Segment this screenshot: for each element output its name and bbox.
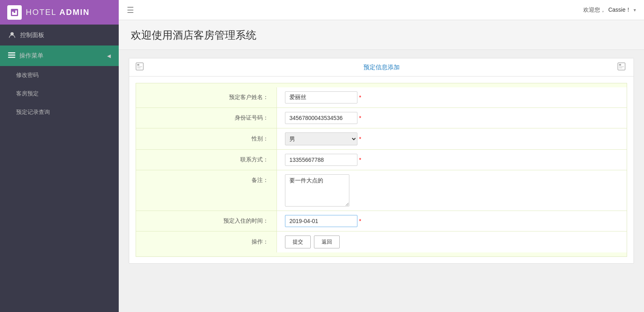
app-logo-icon: [7, 5, 22, 20]
operations-chevron-icon: ◀: [107, 53, 111, 59]
svg-rect-3: [14, 13, 15, 15]
dashboard-icon: [8, 31, 16, 39]
sidebar-item-reservation-query[interactable]: 预定记录查询: [0, 103, 119, 122]
required-star-name: *: [359, 94, 361, 101]
form-row-gender: 性别： 男 女 *: [136, 128, 627, 150]
app-title: HOTEL ADMIN: [26, 8, 90, 17]
sidebar-item-operations[interactable]: 操作菜单 ◀: [0, 45, 119, 66]
svg-rect-7: [8, 57, 15, 58]
contact-input[interactable]: [285, 154, 357, 166]
input-cell-checkin-date: *: [277, 211, 627, 231]
username: Cassie！: [608, 6, 631, 14]
sidebar-item-change-password[interactable]: 修改密码: [0, 66, 119, 85]
svg-rect-9: [137, 64, 139, 66]
label-notes: 备注：: [136, 170, 277, 211]
label-id-number: 身份证号码：: [136, 108, 277, 128]
svg-rect-6: [8, 55, 15, 56]
input-cell-customer-name: *: [277, 87, 627, 107]
panel-right-icon[interactable]: [617, 62, 627, 72]
sidebar-header: HOTEL ADMIN: [0, 0, 119, 25]
sidebar-item-room-reservation[interactable]: 客房预定: [0, 85, 119, 103]
form-row-contact: 联系方式： *: [136, 150, 627, 170]
required-star-contact: *: [359, 157, 361, 163]
svg-rect-11: [137, 68, 140, 68]
sidebar-item-operations-label: 操作菜单: [19, 52, 43, 60]
form-row-id-number: 身份证号码： *: [136, 108, 627, 128]
label-customer-name: 预定客户姓名：: [136, 87, 277, 107]
operations-icon: [8, 52, 15, 59]
checkin-date-input[interactable]: [285, 215, 357, 227]
svg-rect-5: [8, 52, 15, 54]
form-row-customer-name: 预定客户姓名： *: [136, 87, 627, 108]
label-gender: 性别：: [136, 128, 277, 149]
svg-rect-13: [619, 64, 621, 66]
input-cell-contact: *: [277, 150, 627, 170]
gender-select[interactable]: 男 女: [285, 132, 357, 145]
required-star-date: *: [359, 218, 361, 224]
svg-rect-15: [619, 68, 622, 68]
svg-rect-1: [12, 12, 14, 15]
content-panel: 预定信息添加 预定客户姓名：: [129, 58, 634, 264]
sidebar-item-dashboard-label: 控制面板: [20, 31, 44, 39]
user-dropdown-icon[interactable]: ▾: [634, 7, 636, 13]
svg-rect-10: [137, 66, 142, 67]
panel-header: 预定信息添加: [129, 58, 634, 76]
form-row-checkin-date: 预定入住的时间： *: [136, 211, 627, 231]
submit-button[interactable]: 提交: [285, 236, 311, 248]
input-cell-id-number: *: [277, 108, 627, 128]
svg-rect-0: [11, 9, 18, 16]
sidebar-item-dashboard[interactable]: 控制面板: [0, 25, 119, 45]
input-cell-notes: 要一件大点的: [277, 170, 627, 211]
input-cell-gender: 男 女 *: [277, 128, 627, 149]
back-button[interactable]: 返回: [314, 236, 340, 248]
label-actions: 操作：: [136, 231, 277, 252]
svg-rect-14: [619, 66, 624, 67]
page-area: 欢迎使用酒店客房管理系统 预定信息添加: [119, 20, 644, 312]
svg-rect-2: [15, 10, 17, 15]
panel-left-icon[interactable]: [136, 62, 145, 72]
menu-toggle-button[interactable]: ☰: [127, 5, 134, 15]
form-row-notes: 备注： 要一件大点的: [136, 170, 627, 211]
input-cell-actions: 提交 返回: [277, 231, 627, 252]
welcome-text: 欢迎您，: [583, 6, 606, 14]
page-header: 欢迎使用酒店客房管理系统: [119, 20, 644, 50]
main-content: ☰ 欢迎您， Cassie！ ▾ 欢迎使用酒店客房管理系统: [119, 0, 644, 312]
topbar: ☰ 欢迎您， Cassie！ ▾: [119, 0, 644, 20]
label-contact: 联系方式：: [136, 150, 277, 170]
sidebar: HOTEL ADMIN 控制面板: [0, 0, 119, 312]
notes-textarea[interactable]: 要一件大点的: [285, 174, 349, 207]
form-row-actions: 操作： 提交 返回: [136, 231, 627, 252]
panel-title: 预定信息添加: [145, 64, 617, 71]
id-number-input[interactable]: [285, 112, 357, 124]
page-title: 欢迎使用酒店客房管理系统: [131, 28, 632, 42]
required-star-id: *: [359, 115, 361, 121]
user-info: 欢迎您， Cassie！ ▾: [583, 6, 636, 14]
label-checkin-date: 预定入住的时间：: [136, 211, 277, 231]
required-star-gender: *: [359, 136, 361, 142]
form-area: 预定客户姓名： * 身份证号码：: [136, 83, 627, 257]
customer-name-input[interactable]: [285, 91, 357, 103]
